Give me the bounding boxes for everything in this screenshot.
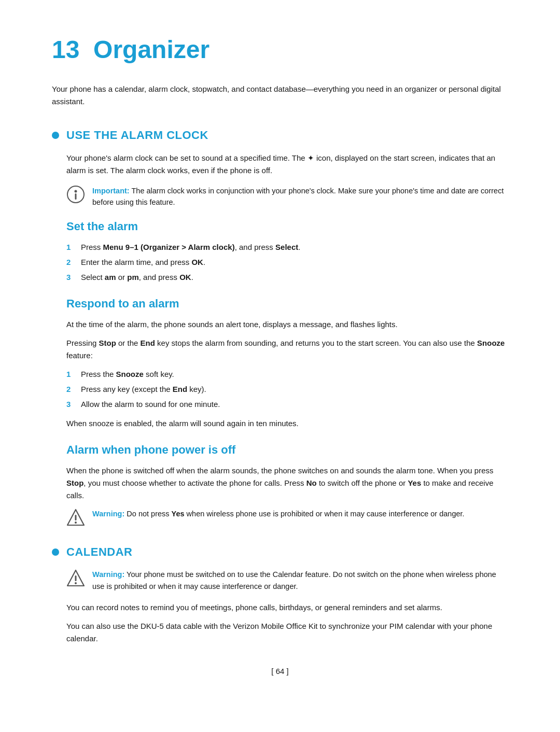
warning-note-box-alarm: Warning: Do not press Yes when wireless … [66,508,508,527]
respond-alarm-title: Respond to an alarm [66,295,508,312]
svg-rect-4 [75,515,77,520]
important-icon [66,185,85,204]
important-note-text: Important: The alarm clock works in conj… [92,185,508,208]
warning-icon-alarm [66,508,85,527]
set-alarm-title: Set the alarm [66,218,508,235]
section-heading-calendar: CALENDAR [52,543,508,560]
list-item: 2 Enter the alarm time, and press OK. [66,256,508,268]
section-alarm-clock: USE THE ALARM CLOCK Your phone's alarm c… [52,126,508,527]
alarm-clock-description: Your phone's alarm clock can be set to s… [66,152,508,177]
svg-rect-7 [75,575,77,581]
calendar-para1: You can record notes to remind you of me… [66,601,508,614]
snooze-note: When snooze is enabled, the alarm will s… [66,417,508,430]
warning-label-calendar: Warning: [92,570,124,579]
svg-rect-2 [75,193,77,200]
important-note-box: Important: The alarm clock works in conj… [66,185,508,208]
alarm-power-off-title: Alarm when phone power is off [66,441,508,458]
section-calendar: CALENDAR Warning: Your phone must be swi… [52,543,508,645]
bullet-icon [52,132,59,139]
chapter-title: 13 Organizer [52,31,508,68]
page-number: [ 64 ] [52,666,508,678]
subsection-respond-alarm: Respond to an alarm At the time of the a… [66,295,508,430]
list-item: 3 Select am or pm, and press OK. [66,271,508,283]
chapter-intro: Your phone has a calendar, alarm clock, … [52,83,508,108]
warning-icon-calendar [66,569,85,587]
alarm-clock-heading: USE THE ALARM CLOCK [66,126,208,144]
list-item: 1 Press Menu 9–1 (Organizer > Alarm cloc… [66,241,508,253]
alarm-power-off-para: When the phone is switched off when the … [66,464,508,502]
section-heading-alarm: USE THE ALARM CLOCK [52,126,508,144]
svg-point-5 [75,522,77,524]
svg-point-1 [75,190,77,193]
warning-label-alarm: Warning: [92,510,124,518]
list-item: 2 Press any key (except the End key). [66,383,508,395]
calendar-para2: You can also use the DKU-5 data cable wi… [66,620,508,645]
warning-note-text-alarm: Warning: Do not press Yes when wireless … [92,508,465,519]
subsection-alarm-power-off: Alarm when phone power is off When the p… [66,441,508,527]
svg-point-8 [75,582,77,584]
important-label: Important: [92,187,130,195]
list-item: 1 Press the Snooze soft key. [66,368,508,380]
subsection-set-alarm: Set the alarm 1 Press Menu 9–1 (Organize… [66,218,508,284]
bullet-icon-calendar [52,548,59,556]
respond-alarm-para1: At the time of the alarm, the phone soun… [66,318,508,331]
respond-alarm-steps: 1 Press the Snooze soft key. 2 Press any… [66,368,508,411]
warning-note-box-calendar: Warning: Your phone must be switched on … [66,569,508,592]
list-item: 3 Allow the alarm to sound for one minut… [66,398,508,410]
warning-note-text-calendar: Warning: Your phone must be switched on … [92,569,508,592]
set-alarm-steps: 1 Press Menu 9–1 (Organizer > Alarm cloc… [66,241,508,284]
alarm-clock-body: Your phone's alarm clock can be set to s… [66,152,508,527]
calendar-heading: CALENDAR [66,543,132,560]
respond-alarm-para2: Pressing Stop or the End key stops the a… [66,337,508,362]
calendar-body: Warning: Your phone must be switched on … [66,569,508,645]
